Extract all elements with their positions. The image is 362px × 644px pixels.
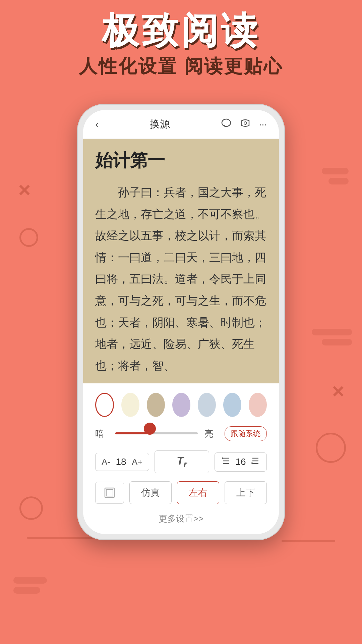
deco-wave-5	[13, 577, 47, 584]
sub-title: 人性化设置 阅读更贴心	[0, 54, 362, 79]
deco-x-1: ✕	[17, 181, 31, 200]
brightness-fill	[115, 432, 150, 434]
deco-circle-2	[316, 433, 346, 463]
line-spacing-value: 16	[236, 457, 246, 467]
brightness-track	[115, 432, 198, 434]
font-size-control: A- 18 A+	[95, 453, 149, 471]
more-settings-link[interactable]: 更多设置>>	[95, 512, 267, 525]
deco-dash-2	[282, 540, 335, 542]
deco-wave-4	[328, 178, 349, 184]
font-type-icon: Tr	[177, 454, 187, 470]
nav-title: 换源	[150, 117, 170, 131]
deco-wave-3	[322, 168, 349, 174]
audio-icon[interactable]	[240, 118, 251, 130]
font-decrease-button[interactable]: A-	[102, 457, 110, 467]
svg-rect-11	[106, 489, 113, 496]
mode-row: 仿真 左右 上下	[95, 481, 267, 504]
back-button[interactable]: ‹	[95, 118, 99, 130]
deco-wave-6	[13, 587, 40, 594]
line-spacing-bottom-icon	[250, 456, 260, 468]
color-swatch-white[interactable]	[95, 393, 114, 417]
color-swatch-light-blue[interactable]	[198, 393, 216, 417]
lr-mode-button[interactable]: 左右	[177, 481, 219, 504]
brightness-thumb	[144, 423, 156, 435]
color-swatch-lavender[interactable]	[172, 393, 190, 417]
phone-outer: ‹ 换源 ··· 始计第一 孙子曰：兵者，国之大事，	[77, 104, 285, 540]
scroll-mode-button[interactable]	[95, 482, 124, 504]
font-row: A- 18 A+ Tr 16	[95, 450, 267, 473]
deco-circle-3	[19, 496, 43, 520]
ud-mode-button[interactable]: 上下	[225, 481, 267, 504]
nav-bar: ‹ 换源 ···	[83, 110, 279, 139]
color-swatch-blush[interactable]	[249, 393, 267, 417]
more-icon[interactable]: ···	[259, 119, 267, 130]
settings-panel: 暗 亮 跟随系统 A- 1	[83, 383, 279, 534]
phone-mockup: ‹ 换源 ··· 始计第一 孙子曰：兵者，国之大事，	[77, 104, 285, 540]
color-swatch-cream[interactable]	[121, 393, 139, 417]
svg-point-0	[222, 119, 231, 126]
reading-text: 孙子曰：兵者，国之大事，死生之地，存亡之道，不可不察也。故经之以五事，校之以计，…	[95, 182, 267, 377]
faux-mode-button[interactable]: 仿真	[129, 481, 172, 504]
line-spacing-top-icon	[221, 456, 231, 468]
line-spacing-control: 16	[215, 452, 267, 472]
font-increase-button[interactable]: A+	[132, 457, 143, 467]
reading-area[interactable]: 始计第一 孙子曰：兵者，国之大事，死生之地，存亡之道，不可不察也。故经之以五事，…	[83, 139, 279, 383]
header-section: 极致阅读 人性化设置 阅读更贴心	[0, 10, 362, 79]
chapter-title: 始计第一	[95, 149, 267, 172]
color-swatch-sky[interactable]	[223, 393, 241, 417]
deco-wave-2	[322, 339, 352, 345]
dark-label: 暗	[95, 428, 109, 440]
brightness-slider[interactable]	[115, 432, 198, 435]
color-swatch-tan[interactable]	[147, 393, 165, 417]
comment-icon[interactable]	[221, 118, 232, 130]
color-row	[95, 393, 267, 417]
main-title: 极致阅读	[0, 10, 362, 51]
deco-x-2: ✕	[331, 382, 345, 401]
brightness-row: 暗 亮 跟随系统	[95, 426, 267, 441]
font-type-control[interactable]: Tr	[155, 450, 209, 473]
follow-system-button[interactable]: 跟随系统	[225, 426, 267, 441]
screen-content: ‹ 换源 ··· 始计第一 孙子曰：兵者，国之大事，	[83, 110, 279, 534]
light-label: 亮	[204, 428, 218, 440]
deco-circle-1	[19, 228, 38, 247]
phone-inner: ‹ 换源 ··· 始计第一 孙子曰：兵者，国之大事，	[83, 110, 279, 534]
font-size-value: 18	[115, 457, 127, 467]
deco-wave-1	[312, 329, 352, 335]
svg-point-1	[244, 122, 247, 124]
nav-icons: ···	[221, 118, 267, 130]
